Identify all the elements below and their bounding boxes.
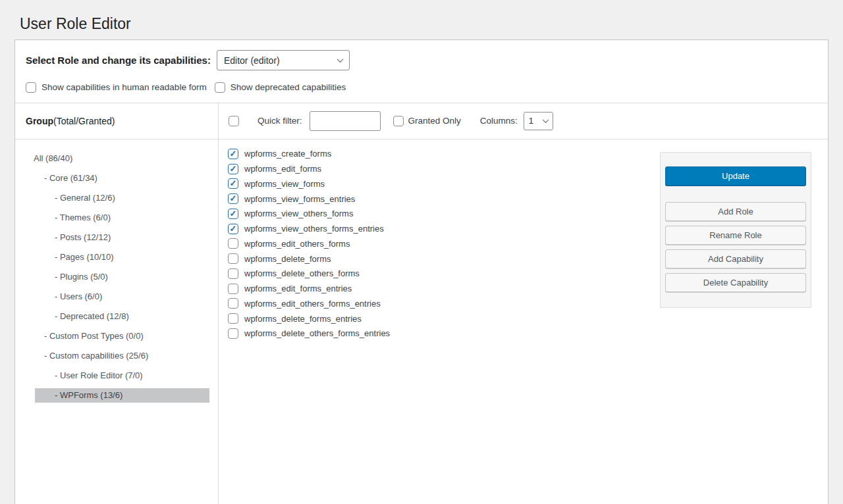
action-button[interactable]: Delete Capability — [665, 273, 806, 292]
option-checkbox-row[interactable]: Show deprecated capabilities — [215, 82, 346, 93]
actions-panel: Update Add Role Rename Role Add Capabili… — [660, 152, 811, 308]
action-button[interactable]: Rename Role — [665, 226, 806, 245]
capability-checkbox[interactable] — [228, 313, 238, 324]
group-tree-item[interactable]: All (86/40) — [15, 149, 218, 168]
capability-label: wpforms_delete_forms_entries — [244, 314, 362, 324]
capability-label: wpforms_edit_forms — [244, 164, 321, 174]
role-select[interactable]: Editor (editor) — [217, 50, 350, 70]
action-button[interactable]: Add Capability — [665, 249, 806, 268]
capability-label: wpforms_delete_others_forms_entries — [244, 328, 390, 338]
capability-checkbox[interactable] — [228, 178, 238, 189]
checkbox[interactable] — [215, 82, 225, 93]
capability-checkbox[interactable] — [228, 284, 238, 294]
capability-checkbox[interactable] — [228, 328, 238, 339]
capability-row: wpforms_delete_forms_entries — [228, 311, 828, 326]
group-header-bold: Group — [26, 116, 53, 126]
checkbox[interactable] — [26, 82, 36, 93]
capability-label: wpforms_edit_forms_entries — [244, 284, 352, 293]
group-tree: All (86/40) - Core (61/34) - General (12… — [15, 139, 218, 403]
group-header: Group (Total/Granted) — [15, 103, 218, 139]
capabilities-content: wpforms_create_forms wpforms_edit_forms … — [219, 139, 828, 504]
capability-checkbox[interactable] — [228, 149, 238, 159]
chevron-down-icon — [542, 116, 549, 123]
quick-filter-checkbox[interactable] — [229, 116, 239, 126]
quick-filter-label: Quick filter: — [258, 116, 302, 126]
group-tree-item[interactable]: - Themes (6/0) — [15, 208, 218, 228]
columns-label: Columns: — [480, 116, 518, 126]
capability-label: wpforms_delete_forms — [244, 254, 331, 264]
role-select-value: Editor (editor) — [224, 55, 280, 66]
option-label: Show deprecated capabilities — [231, 82, 346, 92]
capability-label: wpforms_create_forms — [244, 149, 331, 159]
group-tree-item[interactable]: - Core (61/34) — [15, 168, 218, 188]
group-tree-item[interactable]: - General (12/6) — [15, 188, 218, 208]
chevron-down-icon — [337, 56, 343, 63]
option-label: Show capabilities in human readable form — [41, 82, 207, 92]
capability-label: wpforms_delete_others_forms — [244, 268, 360, 278]
user-role-editor-panel: Select Role and change its capabilities:… — [14, 39, 829, 504]
capability-checkbox[interactable] — [228, 268, 238, 279]
group-tree-item[interactable]: - Custom Post Types (0/0) — [15, 326, 218, 346]
page-title: User Role Editor — [0, 0, 843, 39]
capability-label: wpforms_view_others_forms_entries — [244, 224, 384, 234]
group-tree-item[interactable]: - User Role Editor (7/0) — [15, 366, 218, 386]
role-selector-row: Select Role and change its capabilities:… — [15, 40, 828, 71]
capability-checkbox[interactable] — [228, 224, 238, 234]
capability-label: wpforms_edit_others_forms — [244, 239, 350, 249]
group-tree-item[interactable]: - Plugins (5/0) — [15, 267, 218, 287]
granted-only-checkbox[interactable] — [393, 116, 404, 126]
options-row: Show capabilities in human readable form… — [15, 71, 828, 103]
action-button[interactable]: Update — [665, 166, 806, 186]
capability-checkbox[interactable] — [228, 253, 238, 264]
capability-checkbox[interactable] — [228, 209, 238, 219]
granted-only-label[interactable]: Granted Only — [408, 116, 461, 126]
capability-row: wpforms_delete_others_forms_entries — [228, 326, 828, 341]
capabilities-column: Quick filter: Granted Only Columns: 1 wp… — [219, 103, 828, 504]
group-tree-item[interactable]: - Posts (12/12) — [15, 228, 218, 247]
capability-checkbox[interactable] — [228, 164, 238, 174]
group-tree-item[interactable]: - Custom capabilities (25/6) — [15, 346, 218, 366]
capability-checkbox[interactable] — [228, 298, 238, 309]
group-tree-item[interactable]: - WPForms (13/6) — [35, 388, 209, 403]
capability-checkbox[interactable] — [228, 238, 238, 249]
capability-label: wpforms_view_forms — [244, 179, 325, 189]
group-tree-item[interactable]: - Deprecated (12/8) — [15, 307, 218, 326]
columns-select[interactable]: 1 — [524, 112, 553, 130]
body-grid: Group (Total/Granted) All (86/40) - Core… — [15, 103, 828, 504]
filter-bar: Quick filter: Granted Only Columns: 1 — [219, 103, 828, 139]
capability-label: wpforms_view_others_forms — [244, 209, 353, 218]
role-selector-label: Select Role and change its capabilities: — [26, 55, 211, 66]
groups-column: Group (Total/Granted) All (86/40) - Core… — [15, 103, 219, 504]
option-checkbox-row[interactable]: Show capabilities in human readable form — [26, 82, 207, 93]
group-tree-item[interactable]: - Users (6/0) — [15, 287, 218, 307]
action-button[interactable]: Add Role — [665, 202, 806, 221]
group-header-rest: (Total/Granted) — [53, 116, 115, 126]
capability-label: wpforms_view_forms_entries — [244, 194, 355, 204]
capability-label: wpforms_edit_others_forms_entries — [244, 299, 381, 309]
group-tree-item[interactable]: - Pages (10/10) — [15, 247, 218, 267]
capability-checkbox[interactable] — [228, 193, 238, 204]
columns-select-value: 1 — [529, 116, 533, 126]
quick-filter-input[interactable] — [310, 111, 381, 131]
